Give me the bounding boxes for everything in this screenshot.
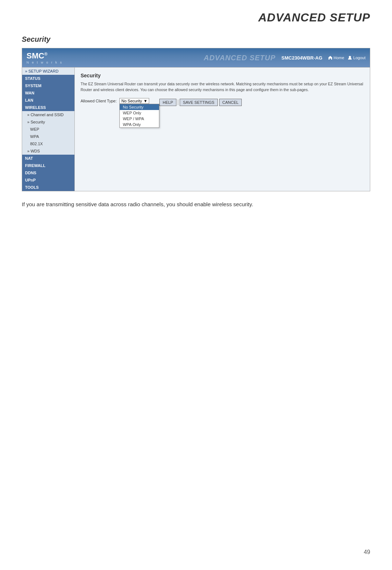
model-name: SMC2304WBR-AG xyxy=(281,55,322,61)
sidebar-item-wds[interactable]: » WDS xyxy=(22,147,74,155)
sidebar-item-status[interactable]: STATUS xyxy=(22,75,74,82)
form-row: Allowed Client Type: No Security ▼ No Se… xyxy=(81,98,364,106)
cancel-button[interactable]: CANCEL xyxy=(219,99,242,106)
router-body: » SETUP WIZARD STATUS SYSTEM WAN LAN WIR… xyxy=(22,68,370,191)
allowed-client-dropdown[interactable]: No Security ▼ xyxy=(119,98,149,104)
section-heading: Security xyxy=(22,35,370,44)
router-frame: SMC® N e t w o r k s ADVANCED SETUP SMC2… xyxy=(22,48,370,191)
allowed-client-label: Allowed Client Type: xyxy=(81,98,117,103)
smc-logo: SMC® N e t w o r k s xyxy=(26,51,63,64)
page-number: 49 xyxy=(364,549,370,555)
sidebar-item-wan[interactable]: WAN xyxy=(22,89,74,97)
sidebar-item-wep[interactable]: WEP xyxy=(22,126,74,133)
page-title: ADVANCED SETUP xyxy=(258,11,370,24)
action-buttons: HELP SAVE SETTINGS CANCEL xyxy=(159,99,242,106)
logout-link[interactable]: Logout xyxy=(348,56,366,60)
sidebar-item-wpa[interactable]: WPA xyxy=(22,133,74,140)
save-settings-button[interactable]: SAVE SETTINGS xyxy=(180,99,218,106)
dropdown-option-wep-only[interactable]: WEP Only xyxy=(120,110,159,116)
header-links: Home Logout xyxy=(328,56,366,60)
dropdown-option-no-security[interactable]: No Security xyxy=(120,104,159,110)
sidebar-item-ddns[interactable]: DDNS xyxy=(22,169,74,176)
home-link[interactable]: Home xyxy=(328,56,344,60)
dropdown-container: No Security ▼ No Security WEP Only WEP /… xyxy=(119,98,149,104)
help-button[interactable]: HELP xyxy=(159,99,176,106)
sidebar-item-lan[interactable]: LAN xyxy=(22,97,74,104)
bottom-text: If you are transmitting sensitive data a… xyxy=(0,191,392,217)
sidebar-item-channel-ssid[interactable]: » Channel and SSID xyxy=(22,111,74,118)
dropdown-menu: No Security WEP Only WEP / WPA WPA Only xyxy=(119,104,159,128)
networks-label: N e t w o r k s xyxy=(26,61,63,64)
sidebar-item-security[interactable]: » Security xyxy=(22,118,74,126)
sidebar: » SETUP WIZARD STATUS SYSTEM WAN LAN WIR… xyxy=(22,68,75,191)
home-icon xyxy=(328,56,332,60)
button-divider xyxy=(178,99,178,105)
sidebar-item-firewall[interactable]: FIREWALL xyxy=(22,162,74,169)
sidebar-item-upnp[interactable]: UPnP xyxy=(22,176,74,184)
sidebar-item-wireless[interactable]: WIRELESS xyxy=(22,104,74,111)
header-advanced-text: ADVANCED SETUP xyxy=(204,54,275,62)
content-description: The EZ Stream Universal Router can trans… xyxy=(81,81,364,93)
dropdown-selected-value: No Security xyxy=(121,99,142,103)
router-header: SMC® N e t w o r k s ADVANCED SETUP SMC2… xyxy=(22,48,370,68)
content-title: Security xyxy=(81,73,364,78)
dropdown-arrow-icon: ▼ xyxy=(143,99,147,103)
sidebar-item-system[interactable]: SYSTEM xyxy=(22,82,74,89)
dropdown-option-wpa-wpa[interactable]: WEP / WPA xyxy=(120,116,159,122)
sidebar-item-nat[interactable]: NAT xyxy=(22,155,74,162)
sidebar-item-setup-wizard[interactable]: » SETUP WIZARD xyxy=(22,68,74,75)
sidebar-item-8021x[interactable]: 802.1X xyxy=(22,140,74,147)
main-content: Security The EZ Stream Universal Router … xyxy=(75,68,370,191)
brand-name: SMC® xyxy=(26,51,48,61)
logout-icon xyxy=(348,56,352,60)
header-right: ADVANCED SETUP SMC2304WBR-AG Home Logout xyxy=(204,54,366,62)
sidebar-item-tools[interactable]: TOOLS xyxy=(22,184,74,191)
dropdown-option-wpa-only[interactable]: WPA Only xyxy=(120,122,159,127)
